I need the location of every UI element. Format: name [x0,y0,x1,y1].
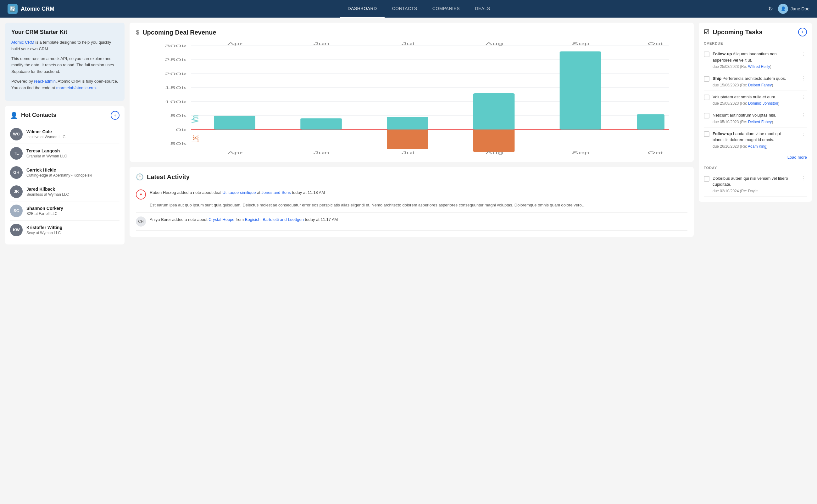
contacts-icon: 👤 [10,112,18,119]
task-text: Doloribus autem qui nisi veniam vel libe… [713,175,796,188]
svg-text:250k: 250k [164,58,187,62]
list-item[interactable]: SCShannon CorkeryB2B at Farrell LLC [10,201,119,221]
task-checkbox[interactable] [704,176,710,182]
contact-link[interactable]: Crystal Hoppe [209,217,234,222]
dollar-icon: $ [136,29,139,36]
contact-name: Jared Kilback [26,187,69,192]
chart-svg: 300k 250k 200k 150k 100k 50k 0k -50k Apr… [136,42,688,156]
refresh-button[interactable]: ↻ [768,5,773,12]
list-item[interactable]: GHGarrick HickleCutting-edge at Abernath… [10,163,119,182]
company-link[interactable]: Bogisich, Bartoletti and Luettgen [245,217,304,222]
list-item: CHAniya Borer added a note about Crystal… [136,213,688,231]
svg-rect-25 [473,93,515,129]
person-link[interactable]: Delbert Fahey [748,83,772,87]
task-more-button[interactable]: ⋮ [799,131,807,137]
task-meta: due 05/10/2023 (Re: Delbert Fahey) [713,120,796,124]
list-item: Follow-up Laudantium vitae modi qui blan… [704,128,807,152]
load-more[interactable]: Load more [704,152,807,162]
hot-contacts-card: 👤 Hot Contacts + WCWilmer ColeIntuitive … [5,106,124,244]
logo-text: Atomic CRM [21,6,54,12]
task-text: Ship Perferendis architecto autem quos. [713,75,796,82]
list-item[interactable]: TLTeresa LangoshGranular at Wyman LLC [10,144,119,163]
contact-info: Jared KilbackSeamless at Wyman LLC [26,187,69,197]
react-admin-link[interactable]: react-admin [34,79,56,84]
task-text: Voluptatem est omnis nulla et eum. [713,94,796,100]
contact-company: B2B at Farrell LLC [26,211,63,216]
nav-item-dashboard[interactable]: DASHBOARD [340,0,385,18]
contact-company: Sexy at Wyman LLC [26,231,62,235]
nav-item-deals[interactable]: DEALS [467,0,497,18]
company-link[interactable]: Jones and Sons [262,190,291,195]
contact-name: Wilmer Cole [26,129,65,134]
person-link[interactable]: Dominic Johnston [748,101,778,106]
contact-name: Kristoffer Witting [26,225,62,230]
list-item[interactable]: KWKristoffer WittingSexy at Wyman LLC [10,221,119,239]
contact-info: Kristoffer WittingSexy at Wyman LLC [26,225,62,235]
activity-title: 🕐 Latest Activity [136,173,688,181]
starter-kit-p2: This demo runs on a mock API, so you can… [11,56,118,75]
checkmark-icon: ☑ [704,28,710,36]
svg-text:Jul: Jul [402,151,414,155]
svg-text:Oct: Oct [648,151,663,155]
task-more-button[interactable]: ⋮ [799,112,807,118]
logo[interactable]: 🔄 Atomic CRM [8,4,54,14]
task-checkbox[interactable] [704,113,710,118]
chart-card: $ Upcoming Deal Revenue 300k [129,23,694,162]
avatar: GH [10,166,23,179]
svg-text:Sep: Sep [572,151,589,155]
task-content: Nesciunt aut nostrum voluptas nisi.due 0… [713,112,796,124]
contact-info: Wilmer ColeIntuitive at Wyman LLC [26,129,65,139]
hot-contacts-label: Hot Contacts [21,112,56,118]
task-meta: due 26/10/2023 (Re: Adam King) [713,144,796,149]
p3-suffix: . [96,85,97,90]
list-item[interactable]: WCWilmer ColeIntuitive at Wyman LLC [10,125,119,144]
avatar: TL [10,147,23,160]
user-info[interactable]: 👤 Jane Doe [778,4,809,14]
person-link[interactable]: Adam King [748,144,766,149]
task-checkbox[interactable] [704,76,710,82]
task-content: Ship Perferendis architecto autem quos.d… [713,75,796,87]
p3-prefix: Powered by [11,79,34,84]
load-more-link[interactable]: Load more [787,155,807,160]
person-link[interactable]: Wilfred Reilly [748,64,770,69]
avatar: JK [10,185,23,198]
list-item[interactable]: JKJared KilbackSeamless at Wyman LLC [10,182,119,201]
chart-title: $ Upcoming Deal Revenue [136,29,688,36]
nav-item-contacts[interactable]: CONTACTS [385,0,425,18]
task-checkbox[interactable] [704,95,710,100]
main-content: Your CRM Starter Kit Atomic CRM is a tem… [0,18,817,504]
svg-text:50k: 50k [170,114,187,118]
add-contact-button[interactable]: + [111,111,119,120]
person-link[interactable]: Delbert Fahey [748,120,772,124]
marmelab-link[interactable]: marmelab/atomic-crm [56,85,96,90]
contact-info: Shannon CorkeryB2B at Farrell LLC [26,206,63,216]
task-text: Follow-up Laudantium vitae modi qui blan… [713,131,796,143]
hot-contacts-title: 👤 Hot Contacts [10,112,56,119]
avatar: 👤 [778,4,788,14]
task-checkbox[interactable] [704,52,710,57]
activity-body: Est earum ipsa aut quo ipsum sunt quia q… [136,202,688,209]
hot-contacts-header: 👤 Hot Contacts + [10,111,119,120]
task-checkbox[interactable] [704,131,710,137]
task-text: Follow-up Aliquam laudantium non asperio… [713,51,796,63]
svg-rect-22 [214,116,255,129]
deal-link[interactable]: Ut itaque similique [222,190,256,195]
tasks-label: Upcoming Tasks [713,29,763,36]
task-content: Doloribus autem qui nisi veniam vel libe… [713,175,796,193]
task-more-button[interactable]: ⋮ [799,51,807,57]
left-column: Your CRM Starter Kit Atomic CRM is a tem… [5,23,124,499]
user-name: Jane Doe [791,6,809,11]
nav-item-companies[interactable]: COMPANIES [425,0,467,18]
task-more-button[interactable]: ⋮ [799,75,807,81]
svg-text:300k: 300k [164,44,187,48]
svg-text:Jun: Jun [314,151,330,155]
add-task-button[interactable]: + [798,28,807,36]
list-item: Nesciunt aut nostrum voluptas nisi.due 0… [704,109,807,128]
task-content: Voluptatem est omnis nulla et eum.due 25… [713,94,796,106]
atomic-crm-link[interactable]: Atomic CRM [11,40,34,45]
task-more-button[interactable]: ⋮ [799,175,807,181]
list-item: Ship Perferendis architecto autem quos.d… [704,72,807,91]
task-group-label: TODAY [704,166,807,170]
task-more-button[interactable]: ⋮ [799,94,807,100]
heart-icon: ♥ [136,189,146,200]
